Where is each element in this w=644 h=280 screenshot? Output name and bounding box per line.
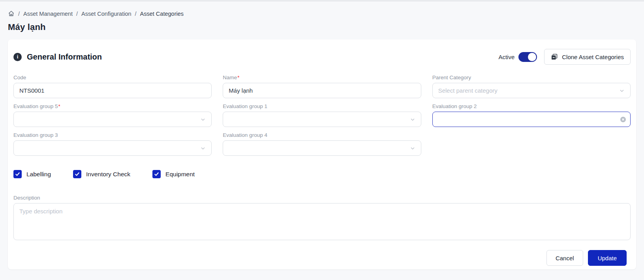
chevron-down-icon xyxy=(410,146,415,151)
breadcrumb-separator: / xyxy=(18,11,20,17)
chevron-down-icon xyxy=(200,146,206,151)
checkbox-inventory-check[interactable]: Inventory Check xyxy=(73,170,130,178)
eval-group-4-select[interactable] xyxy=(223,140,421,156)
checkbox-label: Equipment xyxy=(165,171,195,178)
required-asterisk: * xyxy=(58,103,60,109)
checkbox-label: Labelling xyxy=(26,171,51,178)
name-input[interactable] xyxy=(223,83,421,98)
eval-group-3-label: Evaluation group 3 xyxy=(13,132,212,138)
field-code: Code xyxy=(13,75,212,98)
checkbox-row: Labelling Inventory Check Equipment xyxy=(13,170,631,178)
checkbox-labelling[interactable]: Labelling xyxy=(13,170,51,178)
parent-category-placeholder: Select parent category xyxy=(438,87,498,94)
chevron-down-icon xyxy=(619,88,625,93)
eval-group-1-select[interactable] xyxy=(223,112,421,127)
field-eval-group-4: Evaluation group 4 xyxy=(223,132,421,156)
field-empty-cell xyxy=(432,132,631,156)
chevron-down-icon xyxy=(200,117,206,122)
clone-button-label: Clone Asset Categories xyxy=(562,54,624,60)
eval-group-5-label: Evaluation group 5* xyxy=(13,103,212,109)
clear-icon[interactable] xyxy=(620,116,626,123)
field-eval-group-1: Evaluation group 1 xyxy=(223,103,421,127)
card-header: i General Information Active Clone Asse xyxy=(13,49,631,65)
checked-checkbox-icon xyxy=(13,170,22,178)
info-icon: i xyxy=(13,53,22,61)
card-footer: Cancel Update xyxy=(13,250,631,266)
active-toggle[interactable] xyxy=(518,52,537,62)
section-title: General Information xyxy=(27,52,102,62)
form-grid: Code Name* Parent Category Select parent… xyxy=(13,75,631,156)
page-title: Máy lạnh xyxy=(8,22,644,32)
required-asterisk: * xyxy=(237,75,239,80)
clone-icon xyxy=(551,53,558,60)
eval-group-2-input[interactable] xyxy=(432,112,631,127)
chevron-down-icon xyxy=(410,117,415,122)
cancel-button[interactable]: Cancel xyxy=(546,250,583,266)
clone-asset-categories-button[interactable]: Clone Asset Categories xyxy=(544,49,631,65)
field-eval-group-3: Evaluation group 3 xyxy=(13,132,212,156)
update-button[interactable]: Update xyxy=(588,250,627,266)
checked-checkbox-icon xyxy=(152,170,161,178)
breadcrumb-asset-configuration[interactable]: Asset Configuration xyxy=(81,11,131,17)
field-eval-group-2: Evaluation group 2 xyxy=(432,103,631,127)
breadcrumb-asset-management[interactable]: Asset Management xyxy=(23,11,73,17)
breadcrumb-separator: / xyxy=(135,11,137,17)
field-eval-group-5: Evaluation group 5* xyxy=(13,103,212,127)
general-information-card: i General Information Active Clone Asse xyxy=(8,39,636,269)
breadcrumb-asset-categories: Asset Categories xyxy=(140,11,184,17)
checkbox-label: Inventory Check xyxy=(86,171,130,178)
parent-category-label: Parent Category xyxy=(432,75,631,80)
code-label: Code xyxy=(13,75,212,80)
field-parent-category: Parent Category Select parent category xyxy=(432,75,631,98)
top-strip xyxy=(0,0,644,2)
checkbox-equipment[interactable]: Equipment xyxy=(152,170,195,178)
field-name: Name* xyxy=(223,75,421,98)
description-textarea[interactable] xyxy=(13,203,631,240)
active-label: Active xyxy=(498,54,514,60)
eval-group-4-label: Evaluation group 4 xyxy=(223,132,421,138)
eval-group-1-label: Evaluation group 1 xyxy=(223,103,421,109)
home-icon[interactable] xyxy=(8,10,15,17)
parent-category-select[interactable]: Select parent category xyxy=(432,83,631,98)
description-block: Description xyxy=(13,195,631,242)
eval-group-2-label: Evaluation group 2 xyxy=(432,103,631,109)
description-label: Description xyxy=(13,195,631,201)
toggle-knob xyxy=(528,53,536,61)
checked-checkbox-icon xyxy=(73,170,81,178)
code-input[interactable] xyxy=(13,83,212,98)
breadcrumb: / Asset Management / Asset Configuration… xyxy=(8,10,644,17)
name-label: Name* xyxy=(223,75,421,80)
eval-group-5-select[interactable] xyxy=(13,112,212,127)
breadcrumb-separator: / xyxy=(76,11,78,17)
eval-group-3-select[interactable] xyxy=(13,140,212,156)
